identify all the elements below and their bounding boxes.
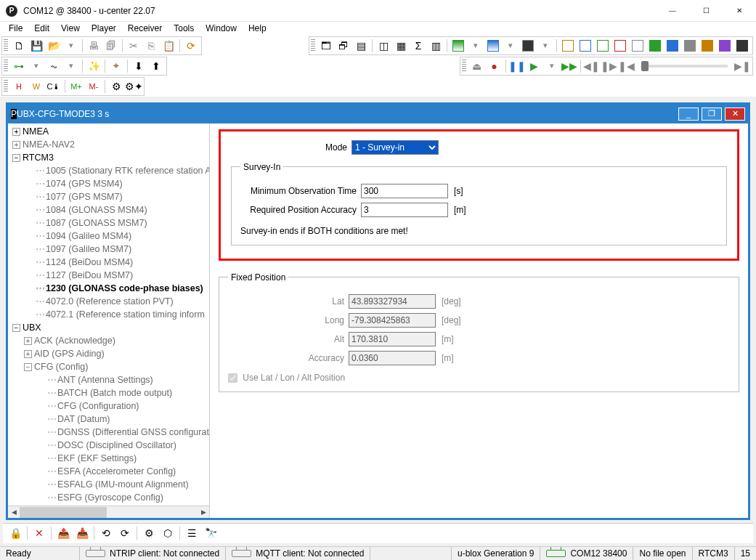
signal-icon[interactable]: ⏦: [46, 58, 62, 74]
toolbar-grip[interactable]: [462, 60, 466, 73]
menu-help[interactable]: Help: [243, 22, 272, 35]
dropdown-icon[interactable]: ▾: [63, 38, 79, 54]
grid-icon-6[interactable]: [647, 38, 663, 54]
view-icon-1[interactable]: 🗔: [318, 38, 334, 54]
menu-player[interactable]: Player: [86, 22, 122, 35]
grid-icon-4[interactable]: [612, 38, 628, 54]
eject-icon[interactable]: ⏏: [469, 58, 485, 74]
view-icon-5[interactable]: ▦: [393, 38, 409, 54]
tree-item[interactable]: 4072.1 (Reference station timing inform: [46, 309, 205, 320]
tree-item[interactable]: ESFA (Accelerometer Config): [57, 466, 176, 476]
tree-item[interactable]: ESFALG (IMU-mount Alignment): [57, 479, 189, 490]
tree-nmea-nav2[interactable]: NMEA-NAV2: [23, 139, 75, 150]
dropdown-icon[interactable]: ▾: [503, 38, 519, 54]
skip-end-icon[interactable]: ▶❚: [734, 58, 750, 74]
req-acc-input[interactable]: [361, 203, 448, 217]
tree-cfg[interactable]: CFG (Config): [34, 362, 88, 372]
scroll-thumb[interactable]: [20, 507, 107, 518]
connect-icon[interactable]: ⊶: [11, 58, 27, 74]
dropdown-icon[interactable]: ▾: [28, 58, 44, 74]
grid-icon-8[interactable]: [682, 38, 698, 54]
tree-item[interactable]: 1005 (Stationary RTK reference station A: [46, 166, 209, 176]
tree-item[interactable]: DAT (Datum): [57, 414, 110, 424]
tree-ubx[interactable]: UBX: [23, 322, 41, 333]
grid-icon-7[interactable]: [664, 38, 680, 54]
toolbar-grip[interactable]: [4, 80, 8, 93]
toolbar-grip[interactable]: [4, 60, 8, 73]
gear-icon[interactable]: ⚙: [108, 78, 124, 94]
view-icon-2[interactable]: 🗗: [336, 38, 351, 54]
window-maximize-button[interactable]: ☐: [689, 0, 723, 22]
message-tree[interactable]: +NMEA +NMEA-NAV2 −RTCM3 ⋯1005 (Stationar…: [8, 123, 209, 506]
gear-wand-icon[interactable]: ⚙✦: [126, 78, 142, 94]
tree-item[interactable]: EKF (EKF Settings): [57, 453, 137, 463]
record-icon[interactable]: ●: [487, 58, 503, 74]
mminus-icon[interactable]: M-: [86, 78, 102, 94]
min-obs-input[interactable]: [361, 184, 448, 198]
c-icon[interactable]: C🌡: [46, 78, 62, 94]
gear-icon[interactable]: ⚙: [140, 525, 158, 541]
send-icon[interactable]: 📤: [54, 525, 72, 541]
play-icon[interactable]: ▶: [527, 58, 542, 74]
chart-icon-2[interactable]: [485, 38, 501, 54]
tree-item[interactable]: DOSC (Disciplined Oscillator): [57, 440, 176, 450]
hex-icon[interactable]: ⬡: [159, 525, 176, 541]
tree-item[interactable]: 1097 (Galileo MSM7): [46, 244, 131, 254]
wand-icon[interactable]: ✨: [86, 58, 102, 74]
view-icon-6[interactable]: Σ: [410, 38, 426, 54]
tree-nmea[interactable]: NMEA: [23, 126, 49, 137]
fast-forward-icon[interactable]: ▶▶: [561, 58, 577, 74]
paste-icon[interactable]: 📋: [160, 38, 176, 54]
tree-hscrollbar[interactable]: ◀ ▶: [8, 506, 209, 518]
step-back-icon[interactable]: ◀❚: [584, 58, 600, 74]
dropdown-icon[interactable]: ▾: [544, 58, 560, 74]
tree-item[interactable]: 1087 (GLONASS MSM7): [46, 218, 147, 228]
bug-icon[interactable]: ⌖: [108, 58, 124, 74]
menu-tools[interactable]: Tools: [168, 22, 200, 35]
save-icon[interactable]: 💾: [28, 38, 44, 54]
tree-item[interactable]: 4072.0 (Reference station PVT): [46, 296, 174, 307]
delete-icon[interactable]: ✕: [31, 525, 48, 541]
copy-icon[interactable]: ⎘: [143, 38, 159, 54]
preview-icon[interactable]: 🗐: [103, 38, 119, 54]
chart-icon-3[interactable]: [520, 38, 536, 54]
toolbar-grip[interactable]: [4, 39, 8, 52]
player-slider[interactable]: [641, 65, 728, 68]
list-icon[interactable]: ☰: [183, 525, 200, 541]
menu-view[interactable]: View: [55, 22, 86, 35]
cut-icon[interactable]: ✂: [126, 38, 142, 54]
skip-start-icon[interactable]: ❚◀: [619, 58, 635, 74]
receive-icon[interactable]: 📥: [73, 525, 91, 541]
tree-rtcm3[interactable]: RTCM3: [23, 153, 54, 163]
tree-aid[interactable]: AID (GPS Aiding): [34, 349, 105, 359]
tree-item[interactable]: ANT (Antenna Settings): [57, 375, 153, 385]
tree-item[interactable]: 1074 (GPS MSM4): [46, 179, 123, 189]
grid-icon-3[interactable]: [595, 38, 611, 54]
menu-edit[interactable]: Edit: [28, 22, 55, 35]
new-icon[interactable]: 🗋: [11, 38, 27, 54]
lock-icon[interactable]: 🔒: [7, 525, 24, 541]
poll2-icon[interactable]: ⟳: [116, 525, 134, 541]
download-icon[interactable]: ⬇: [131, 58, 147, 74]
tree-item[interactable]: BATCH (Batch mode output): [57, 388, 172, 398]
grid-icon-5[interactable]: [630, 38, 646, 54]
tree-item[interactable]: 1094 (Galileo MSM4): [46, 231, 131, 241]
window-minimize-button[interactable]: —: [656, 0, 689, 22]
grid-icon-1[interactable]: [560, 38, 576, 54]
chart-icon-1[interactable]: [450, 38, 466, 54]
poll-icon[interactable]: ⟲: [97, 525, 115, 541]
h-icon[interactable]: H: [11, 78, 27, 94]
inner-maximize-button[interactable]: ❐: [702, 107, 722, 121]
upload-icon[interactable]: ⬆: [148, 58, 164, 74]
grid-icon-2[interactable]: [577, 38, 593, 54]
scroll-left-icon[interactable]: ◀: [8, 506, 20, 518]
refresh-icon[interactable]: ⟳: [183, 38, 199, 54]
w-icon[interactable]: W: [28, 78, 44, 94]
window-close-button[interactable]: ✕: [723, 0, 756, 22]
tree-item[interactable]: 1124 (BeiDou MSM4): [46, 257, 133, 267]
tree-item[interactable]: 1077 (GPS MSM7): [46, 192, 123, 202]
menu-receiver[interactable]: Receiver: [122, 22, 168, 35]
tree-item[interactable]: ESFG (Gyroscope Config): [57, 492, 163, 503]
pause-icon[interactable]: ❚❚: [509, 58, 525, 74]
grid-icon-10[interactable]: [717, 38, 733, 54]
